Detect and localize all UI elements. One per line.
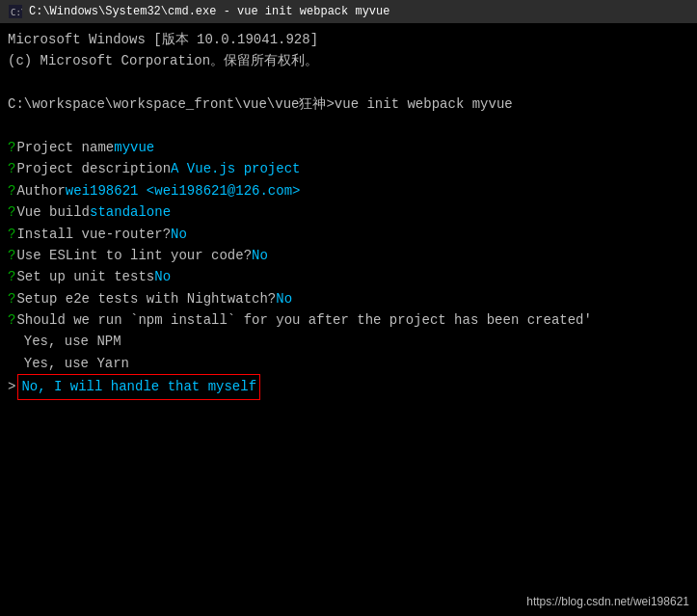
q-project-name: ? Project name myvue [8,137,689,158]
terminal-window: C:\ C:\Windows\System32\cmd.exe - vue in… [0,0,697,616]
q-label-8: Setup e2e tests with Nightwatch? [16,288,276,309]
q-project-desc: ? Project description A Vue.js project [8,158,689,179]
prompt-path: C:\workspace\workspace_front\vue\vue狂神> [8,94,335,115]
q-val-4: standalone [90,201,171,223]
selected-option-line: > No, I will handle that myself [8,374,689,399]
q-mark-6: ? [8,245,15,266]
cursor-marker: > [8,376,15,397]
q-val-6: No [252,245,268,266]
line-2: (c) Microsoft Corporation。保留所有权利。 [8,50,689,71]
title-bar: C:\ C:\Windows\System32\cmd.exe - vue in… [0,0,697,23]
q-val-8: No [276,288,292,309]
q-label-1: Project name [16,137,114,158]
option-npm-text: Yes, use NPM [8,331,121,352]
q-mark-8: ? [8,288,15,309]
option-yarn: Yes, use Yarn [8,353,689,374]
q-val-7: No [154,266,171,287]
q-vue-build: ? Vue build standalone [8,201,689,223]
q-label-2: Project description [16,158,171,179]
q-label-9b: ' [584,309,592,331]
watermark: https://blog.csdn.net/wei198621 [526,595,689,608]
svg-text:C:\: C:\ [11,8,22,17]
terminal-body[interactable]: Microsoft Windows [版本 10.0.19041.928] (c… [0,23,697,616]
q-mark-9: ? [8,309,15,331]
q-val-5: No [171,224,187,245]
prompt-cmd: vue init webpack myvue [335,94,513,115]
q-label-9: Should we run `npm install` for you afte… [16,309,583,331]
prompt-line: C:\workspace\workspace_front\vue\vue狂神> … [8,94,689,115]
q-val-1: myvue [114,137,154,158]
selected-option-box: No, I will handle that myself [17,374,260,399]
line-blank-1 [8,72,689,94]
q-author: ? Author wei198621 <wei198621@126.com> [8,180,689,201]
q-vue-router: ? Install vue-router? No [8,224,689,245]
line-blank-2 [8,116,689,137]
q-label-5: Install vue-router? [16,224,171,245]
q-label-3: Author [16,180,65,201]
q-mark-5: ? [8,224,15,245]
option-npm: Yes, use NPM [8,331,689,352]
title-bar-text: C:\Windows\System32\cmd.exe - vue init w… [29,5,389,18]
q-eslint: ? Use ESLint to lint your code? No [8,245,689,266]
q-mark-2: ? [8,158,15,179]
q-mark-3: ? [8,180,15,201]
q-mark-4: ? [8,201,15,223]
q-label-4: Vue build [16,201,90,223]
cmd-icon: C:\ [8,4,23,19]
q-val-2: A Vue.js project [171,158,300,179]
q-mark-1: ? [8,137,15,158]
line-1: Microsoft Windows [版本 10.0.19041.928] [8,29,689,50]
q-npm-install: ? Should we run `npm install` for you af… [8,309,689,331]
q-mark-7: ? [8,266,15,287]
q-label-6: Use ESLint to lint your code? [16,245,252,266]
q-e2e: ? Setup e2e tests with Nightwatch? No [8,288,689,309]
q-val-3: wei198621 <wei198621@126.com> [66,180,301,201]
q-label-7: Set up unit tests [16,266,154,287]
q-unit-tests: ? Set up unit tests No [8,266,689,287]
option-yarn-text: Yes, use Yarn [8,353,129,374]
selected-option-text: No, I will handle that myself [21,379,256,394]
